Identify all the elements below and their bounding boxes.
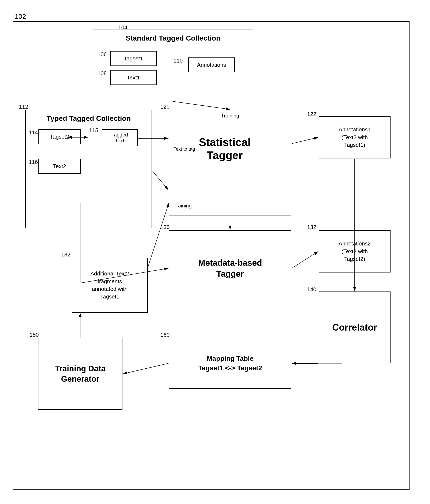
label-122: 122 [307, 111, 316, 117]
additional-text-box: Additional Text2 fragments annotated wit… [72, 258, 148, 313]
metadata-tagger-box: Metadata-based Tagger [169, 230, 291, 306]
mapping-table-title: Mapping Table Tagset1 <-> Tagset2 [198, 354, 262, 373]
label-108: 108 [97, 70, 107, 77]
metadata-tagger-title: Metadata-based Tagger [198, 257, 262, 279]
label-180: 180 [30, 332, 39, 338]
annotations2-box: Annotations2 (Text2 with Tagset2) [319, 230, 391, 272]
tagset1-label: Tagset1 [124, 55, 143, 62]
statistical-tagger-title: StatisticalTagger [199, 136, 251, 162]
outer-label: 102 [15, 13, 26, 20]
tagged-text-label: Tagged Text [112, 132, 128, 144]
training-bottom-label: Training [174, 203, 192, 209]
label-130: 130 [160, 224, 169, 230]
label-112: 112 [19, 104, 28, 110]
annotations1-box: Annotations1 (Text2 with Tagset1) [319, 116, 391, 158]
text1-label: Text1 [127, 74, 140, 81]
correlator-title: Correlator [332, 322, 377, 333]
standard-tagged-title: Standard Tagged Collection [126, 33, 221, 43]
label-116: 116 [29, 159, 38, 165]
standard-tagged-collection-box: Standard Tagged Collection 106 Tagset1 1… [93, 30, 253, 101]
label-182: 182 [61, 251, 70, 258]
label-115: 115 [89, 127, 98, 134]
label-114: 114 [29, 129, 38, 136]
mapping-table-box: Mapping Table Tagset1 <-> Tagset2 [169, 338, 291, 389]
label-140: 140 [307, 286, 316, 293]
label-110: 110 [174, 57, 183, 64]
annotations1-title: Annotations1 (Text2 with Tagset1) [339, 126, 371, 149]
text2-label: Text2 [53, 163, 66, 170]
additional-text-title: Additional Text2 fragments annotated wit… [90, 270, 129, 301]
text1-box: Text1 [110, 70, 157, 85]
tagset2-box: Tagset2 [38, 129, 81, 144]
statistical-tagger-box: Training Text to tag StatisticalTagger T… [169, 110, 291, 216]
correlator-box: Correlator [319, 291, 391, 363]
training-data-box: Training Data Generator [38, 338, 123, 410]
text-to-tag-label: Text to tag [174, 146, 195, 152]
annotations-label: Annotations [197, 62, 226, 68]
training-data-title: Training Data Generator [55, 364, 106, 384]
training-top-label: Training [221, 113, 239, 119]
typed-tagged-title: Typed Tagged Collection [46, 114, 131, 123]
annotations2-title: Annotations2 (Text2 with Tagset2) [339, 240, 371, 263]
diagram-container: 102 104 Standard Tagged Collection 106 T… [13, 13, 414, 494]
tagset2-label: Tagset2 [50, 134, 69, 140]
tagged-text-box: Tagged Text [102, 129, 138, 146]
label-106: 106 [97, 51, 107, 58]
label-160: 160 [160, 332, 169, 338]
label-132: 132 [307, 224, 316, 230]
text2-box: Text2 [38, 159, 81, 174]
typed-tagged-collection-box: Typed Tagged Collection 114 Tagset2 115 … [25, 110, 152, 228]
label-120: 120 [160, 104, 169, 110]
tagset1-box: Tagset1 [110, 51, 157, 66]
annotations-box: Annotations [188, 57, 235, 72]
